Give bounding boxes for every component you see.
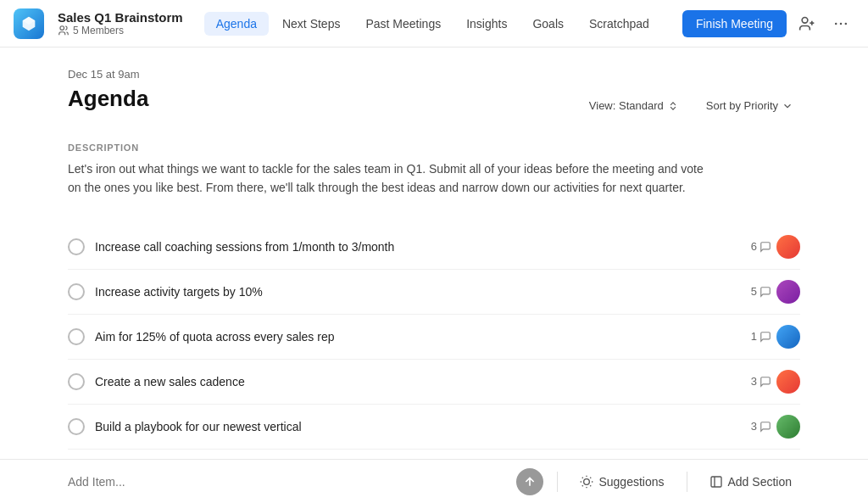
agenda-item-text: Increase call coaching sessions from 1/m… — [95, 240, 741, 254]
add-item-input[interactable] — [68, 475, 506, 489]
sort-label: Sort by Priority — [706, 99, 778, 112]
agenda-item-meta: 3 — [751, 370, 800, 394]
svg-point-4 — [835, 22, 837, 25]
more-options-button[interactable] — [827, 10, 854, 37]
agenda-item-checkbox[interactable] — [68, 328, 85, 345]
svg-point-1 — [802, 17, 808, 23]
suggestions-button[interactable]: Suggestions — [571, 470, 672, 494]
comment-count: 3 — [751, 375, 771, 388]
svg-line-11 — [591, 485, 592, 486]
main-content: Dec 15 at 9am Agenda View: Standard Sort… — [0, 48, 868, 503]
agenda-item-meta: 1 — [751, 325, 800, 349]
suggestions-icon — [580, 475, 593, 489]
comment-icon — [760, 376, 771, 388]
tab-goals[interactable]: Goals — [520, 12, 576, 36]
add-person-button[interactable] — [793, 10, 821, 37]
comment-number: 3 — [751, 375, 757, 388]
comment-count: 5 — [751, 285, 771, 298]
agenda-item-meta: 5 — [751, 280, 800, 304]
avatar — [776, 235, 800, 259]
suggestions-label: Suggestions — [598, 475, 664, 489]
svg-point-5 — [840, 22, 843, 25]
agenda-item: Build a playbook for our newest vertical… — [68, 405, 800, 450]
svg-line-15 — [591, 477, 592, 478]
svg-rect-16 — [711, 477, 721, 487]
meeting-members: 5 Members — [58, 25, 183, 36]
member-count: 5 Members — [73, 25, 124, 36]
agenda-item-checkbox[interactable] — [68, 283, 85, 300]
upload-button[interactable] — [516, 468, 543, 495]
footer-divider-2 — [687, 472, 687, 492]
footer-divider — [557, 472, 558, 492]
agenda-item-text: Create a new sales cadence — [95, 375, 741, 388]
header: Sales Q1 Brainstorm 5 Members Agenda Nex… — [0, 0, 868, 48]
header-actions: Finish Meeting — [682, 10, 854, 37]
agenda-item-text: Build a playbook for our newest vertical — [95, 420, 741, 433]
add-section-button[interactable]: Add Section — [701, 470, 801, 494]
sort-chevron-icon — [782, 100, 793, 112]
comment-number: 1 — [751, 330, 757, 343]
avatar — [776, 280, 800, 304]
view-chevron-icon — [667, 100, 679, 112]
sort-select[interactable]: Sort by Priority — [699, 96, 800, 115]
view-label: View: Standard — [589, 99, 664, 112]
agenda-item-meta: 6 — [751, 235, 800, 259]
tab-next-steps[interactable]: Next Steps — [270, 12, 352, 36]
comment-icon — [760, 421, 771, 433]
comment-number: 6 — [751, 240, 757, 253]
agenda-item-meta: 3 — [751, 415, 800, 439]
add-section-label: Add Section — [728, 475, 793, 489]
page-title: Agenda — [68, 86, 148, 112]
agenda-item-text: Increase activity targets by 10% — [95, 285, 741, 299]
comment-icon — [760, 241, 771, 253]
view-controls: View: Standard Sort by Priority — [582, 96, 800, 115]
comment-count: 6 — [751, 240, 771, 253]
agenda-list: Increase call coaching sessions from 1/m… — [68, 225, 800, 494]
avatar — [776, 415, 800, 439]
footer: Suggestions Add Section — [0, 459, 868, 503]
description-section: DESCRIPTION Let's iron out what things w… — [68, 143, 800, 198]
agenda-item-checkbox[interactable] — [68, 418, 85, 435]
tab-past-meetings[interactable]: Past Meetings — [353, 12, 453, 36]
svg-line-14 — [582, 485, 583, 486]
finish-meeting-button[interactable]: Finish Meeting — [682, 10, 787, 37]
avatar — [776, 325, 800, 349]
footer-actions: Suggestions Add Section — [516, 468, 800, 495]
app-logo — [14, 8, 44, 39]
view-select[interactable]: View: Standard — [582, 96, 686, 115]
comment-count: 1 — [751, 330, 771, 343]
svg-line-10 — [582, 477, 583, 478]
comment-icon — [760, 331, 771, 343]
description-text: Let's iron out what things we want to ta… — [68, 159, 712, 198]
agenda-item: Increase activity targets by 10% 5 — [68, 270, 800, 315]
meeting-info: Sales Q1 Brainstorm 5 Members — [58, 10, 183, 36]
description-label: DESCRIPTION — [68, 143, 800, 153]
agenda-item: Aim for 125% of quota across every sales… — [68, 315, 800, 360]
agenda-item-text: Aim for 125% of quota across every sales… — [95, 330, 741, 344]
title-row: Agenda View: Standard Sort by Priority — [68, 86, 800, 126]
agenda-item: Create a new sales cadence 3 — [68, 360, 800, 405]
comment-icon — [760, 286, 771, 298]
tab-agenda[interactable]: Agenda — [204, 12, 269, 36]
tab-insights[interactable]: Insights — [454, 12, 519, 36]
tab-scratchpad[interactable]: Scratchpad — [577, 12, 661, 36]
comment-count: 3 — [751, 420, 771, 433]
add-section-icon — [709, 475, 723, 489]
comment-number: 5 — [751, 285, 757, 298]
svg-point-0 — [60, 26, 64, 31]
agenda-item-checkbox[interactable] — [68, 238, 85, 255]
comment-number: 3 — [751, 420, 757, 433]
nav-tabs: Agenda Next Steps Past Meetings Insights… — [197, 12, 669, 36]
svg-point-6 — [845, 22, 848, 25]
agenda-item-checkbox[interactable] — [68, 373, 85, 390]
date-label: Dec 15 at 9am — [68, 68, 800, 81]
meeting-title: Sales Q1 Brainstorm — [58, 10, 183, 25]
avatar — [776, 370, 800, 394]
svg-point-7 — [584, 478, 590, 484]
agenda-item: Increase call coaching sessions from 1/m… — [68, 225, 800, 270]
